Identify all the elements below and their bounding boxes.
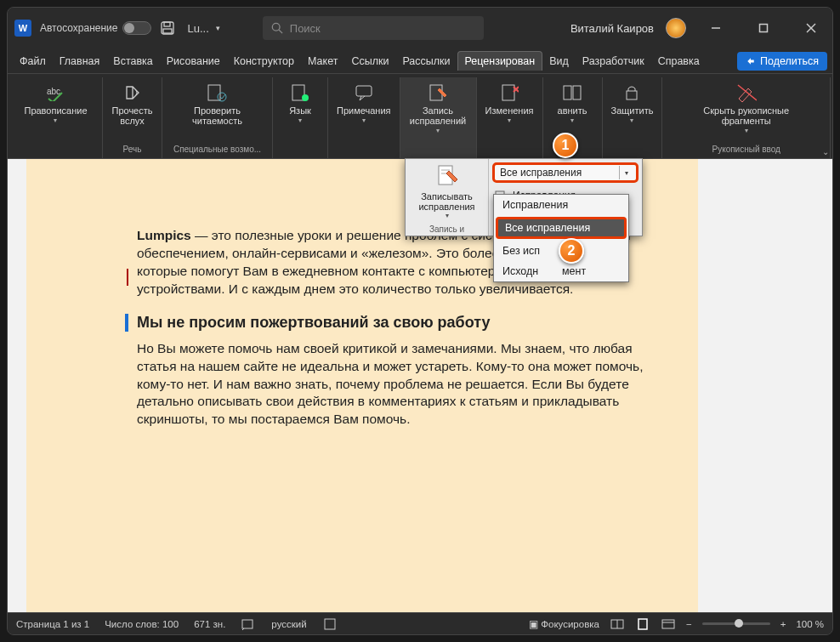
- tab-review[interactable]: Рецензирован: [457, 51, 543, 71]
- comments-button[interactable]: Примечания▾: [332, 79, 396, 128]
- accessibility-status-icon[interactable]: [322, 618, 338, 630]
- tab-home[interactable]: Главная: [53, 52, 107, 71]
- track-changes-label: Запись исправлений: [410, 105, 466, 126]
- changes-icon: [499, 82, 519, 103]
- autosave-label: Автосохранение: [40, 22, 117, 34]
- search-placeholder: Поиск: [290, 22, 321, 35]
- combo-value: Все исправления: [500, 167, 582, 179]
- hide-ink-icon: [736, 82, 757, 103]
- minimize-button[interactable]: [698, 11, 734, 45]
- share-button[interactable]: Поделиться: [737, 52, 827, 71]
- app-window: W Автосохранение Lu... ▾ Поиск Виталий К…: [7, 7, 833, 635]
- tab-file[interactable]: Файл: [13, 52, 53, 71]
- zoom-in-button[interactable]: +: [780, 619, 786, 629]
- dd-item-all-markup[interactable]: Все исправления: [496, 217, 627, 239]
- focus-mode-button[interactable]: ▣ Фокусировка: [529, 618, 599, 630]
- changes-button[interactable]: Изменения▾: [480, 79, 539, 128]
- zoom-slider[interactable]: [702, 622, 770, 625]
- ribbon-collapse-icon[interactable]: ⌄: [822, 147, 829, 156]
- changes-label: Изменения: [485, 105, 534, 116]
- readability-label: Проверить читаемость: [192, 105, 242, 126]
- protect-icon: [621, 82, 642, 103]
- spellcheck-status-icon[interactable]: [241, 618, 256, 630]
- search-box[interactable]: Поиск: [263, 16, 484, 40]
- protect-button[interactable]: Защитить▾: [606, 79, 659, 128]
- svg-rect-19: [564, 86, 571, 99]
- read-aloud-button[interactable]: Прочесть вслух: [106, 79, 157, 129]
- track-changes-button[interactable]: Запись исправлений▾: [405, 79, 471, 138]
- compare-icon: [562, 82, 582, 103]
- maximize-button[interactable]: [746, 11, 781, 45]
- status-word-count[interactable]: Число слов: 100: [105, 619, 179, 629]
- track-changes-icon: [428, 82, 448, 103]
- tab-layout[interactable]: Макет: [301, 52, 344, 71]
- group-accessibility-label: Специальные возмо...: [173, 143, 261, 156]
- status-language[interactable]: русский: [271, 619, 306, 629]
- svg-rect-27: [639, 619, 647, 629]
- group-speech-label: Речь: [123, 143, 142, 156]
- combo-dropdown-icon[interactable]: ▾: [619, 166, 633, 179]
- close-button[interactable]: [793, 11, 829, 45]
- annotation-badge-1: 1: [553, 133, 578, 158]
- record-changes-label[interactable]: Записывать исправления: [409, 191, 485, 212]
- hide-ink-button[interactable]: Скрыть рукописные фрагменты▾: [691, 79, 802, 138]
- username-label[interactable]: Виталий Каиров: [570, 22, 654, 35]
- hide-ink-label: Скрыть рукописные фрагменты: [703, 105, 789, 126]
- tab-references[interactable]: Ссылки: [344, 52, 395, 71]
- tab-help[interactable]: Справка: [651, 52, 707, 71]
- docname-caret-icon[interactable]: ▾: [216, 24, 220, 32]
- tab-view[interactable]: Вид: [542, 52, 576, 71]
- title-bar: W Автосохранение Lu... ▾ Поиск Виталий К…: [8, 8, 832, 48]
- tab-mailings[interactable]: Рассылки: [395, 52, 457, 71]
- ribbon-tabs: Файл Главная Вставка Рисование Конструкт…: [8, 48, 832, 74]
- svg-rect-20: [573, 86, 581, 99]
- dd-item-original[interactable]: Исходн мент: [494, 261, 628, 281]
- record-changes-caret-icon[interactable]: ▾: [446, 212, 449, 219]
- autosave-toggle[interactable]: [122, 21, 151, 35]
- p1-strong: Lumpics: [137, 228, 191, 242]
- annotation-badge-2: 2: [559, 238, 584, 264]
- tab-insert[interactable]: Вставка: [106, 52, 159, 71]
- tab-developer[interactable]: Разработчик: [576, 52, 651, 71]
- web-layout-icon[interactable]: [661, 618, 676, 630]
- dd-item-simple-markup[interactable]: Исправления: [494, 195, 628, 215]
- ribbon: abc Правописание▾ Прочесть вслух Речь Пр…: [8, 74, 832, 159]
- save-icon[interactable]: [160, 20, 175, 36]
- svg-rect-6: [760, 25, 768, 32]
- revision-mark: [127, 269, 128, 286]
- read-aloud-icon: [122, 82, 143, 103]
- svg-point-13: [302, 94, 309, 101]
- document-name[interactable]: Lu...: [187, 22, 208, 35]
- avatar[interactable]: [666, 18, 686, 38]
- status-page[interactable]: Страница 1 из 1: [16, 619, 89, 629]
- tab-design[interactable]: Конструктор: [227, 52, 301, 71]
- svg-rect-16: [502, 85, 514, 100]
- comments-label: Примечания: [337, 105, 391, 116]
- language-button[interactable]: Язык▾: [276, 79, 324, 128]
- tab-draw[interactable]: Рисование: [160, 52, 227, 71]
- zoom-out-button[interactable]: −: [686, 619, 692, 629]
- svg-text:abc: abc: [47, 87, 60, 96]
- read-mode-icon[interactable]: [610, 618, 625, 630]
- svg-point-3: [272, 23, 280, 31]
- svg-rect-1: [164, 22, 170, 26]
- display-mode-combo[interactable]: Все исправления ▾: [492, 162, 639, 183]
- tc-group-label: Запись и: [429, 224, 464, 234]
- status-char-count[interactable]: 671 зн.: [194, 619, 225, 629]
- heading-2[interactable]: Мы не просим пожертвований за свою работ…: [125, 314, 647, 332]
- check-readability-button[interactable]: Проверить читаемость: [187, 79, 247, 129]
- spelling-button[interactable]: abc Правописание▾: [19, 79, 92, 128]
- svg-rect-14: [356, 86, 372, 96]
- svg-rect-10: [208, 85, 220, 100]
- language-icon: [290, 82, 310, 103]
- display-mode-dropdown: Исправления Все исправления Без исп ий И…: [493, 194, 629, 282]
- svg-rect-24: [325, 619, 335, 629]
- zoom-level[interactable]: 100 %: [796, 619, 824, 629]
- compare-button[interactable]: авнить▾: [548, 79, 596, 128]
- focus-label: Фокусировка: [541, 619, 599, 629]
- search-icon: [271, 22, 283, 34]
- svg-rect-28: [662, 620, 674, 628]
- paragraph-2[interactable]: Но Вы можете помочь нам своей критикой и…: [137, 340, 647, 429]
- print-layout-icon[interactable]: [635, 618, 650, 630]
- svg-rect-21: [627, 91, 637, 99]
